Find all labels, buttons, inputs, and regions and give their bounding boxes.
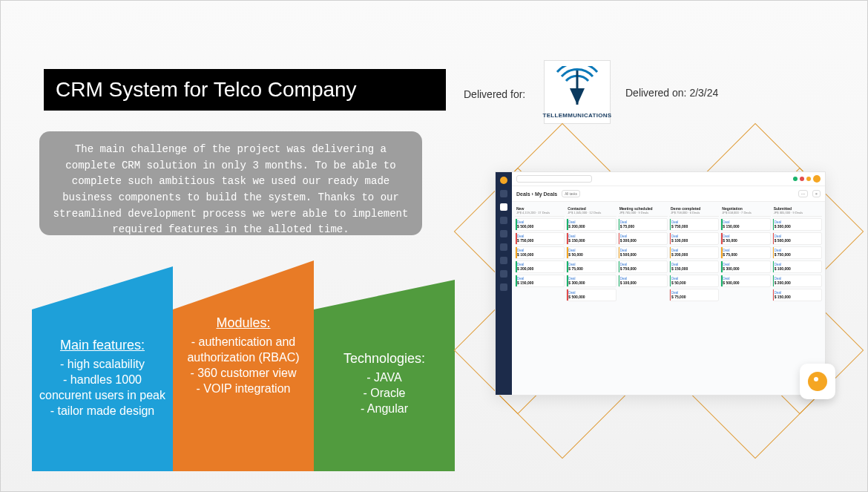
deal-card: Deal$ 500,000 xyxy=(515,218,565,231)
deal-card: Deal$ 100,000 xyxy=(515,246,565,259)
deal-amount: $ 50,000 xyxy=(671,281,717,285)
modules-line3: - VOIP integration xyxy=(179,381,308,396)
deal-amount: $ 750,000 xyxy=(671,224,717,229)
deal-card: Deal$ 50,000 xyxy=(720,232,770,245)
column-subtitle: JP$ 558,000 · 7 Deals xyxy=(722,211,769,214)
deal-amount: $ 150,000 xyxy=(671,266,717,271)
sidebar-icon xyxy=(500,217,507,224)
deal-amount: $ 750,000 xyxy=(620,266,665,271)
filter-pill: ≡ xyxy=(812,190,821,197)
deal-card: Deal$ 500,000 xyxy=(772,232,822,245)
bell-icon xyxy=(806,177,811,181)
technologies-card: Technologies: - JAVA - Oracle - Angular xyxy=(314,280,455,471)
client-logo: TELLEMMUNICATIONS xyxy=(544,60,611,124)
deal-card: Deal$ 300,000 xyxy=(720,260,770,273)
kanban-column: Demo completedJP$ 758,000 · 6 DealsDeal$… xyxy=(669,205,719,392)
delivered-for-label: Delivered for: xyxy=(464,88,525,100)
deal-amount: $ 300,000 xyxy=(775,224,820,229)
deal-amount: $ 50,000 xyxy=(723,238,768,243)
deal-card: Deal$ 150,000 xyxy=(566,232,616,245)
deal-card: Deal$ 750,000 xyxy=(618,260,668,273)
tech-line3: - Angular xyxy=(320,401,449,416)
column-subtitle: JP$ 305,000 · 9 Deals xyxy=(774,211,821,214)
deal-amount: $ 300,000 xyxy=(568,281,614,285)
deal-amount: $ 75,000 xyxy=(620,224,665,229)
deal-amount: $ 150,000 xyxy=(723,224,768,229)
sidebar-icon xyxy=(500,243,507,251)
deal-amount: $ 300,000 xyxy=(723,266,768,271)
modules-card: Modules: - authentication and authorizat… xyxy=(173,260,314,471)
sidebar-icon-active xyxy=(500,203,507,211)
app-logo-icon xyxy=(500,177,507,184)
deal-card: Deal$ 100,000 xyxy=(618,275,668,287)
deal-card: Deal$ 300,000 xyxy=(566,275,616,287)
tech-line2: - Oracle xyxy=(320,385,449,401)
modules-line1: - authentication and authorization (RBAC… xyxy=(179,334,308,365)
deal-card: Deal$ 100,000 xyxy=(669,232,719,245)
deal-card: Deal$ 100,000 xyxy=(772,260,822,273)
antenna-icon xyxy=(551,66,603,111)
project-description: The main challenge of the project was de… xyxy=(39,131,422,235)
deal-card: Deal$ 300,000 xyxy=(772,218,822,231)
deal-card: Deal$ 150,000 xyxy=(669,260,719,273)
deal-amount: $ 100,000 xyxy=(775,266,820,271)
deal-amount: $ 150,000 xyxy=(517,281,562,285)
deal-amount: $ 750,000 xyxy=(517,238,562,243)
deal-amount: $ 75,000 xyxy=(671,295,717,299)
deal-card: Deal$ 150,000 xyxy=(515,275,565,287)
search-input xyxy=(516,175,592,183)
sidebar-icon xyxy=(500,230,507,237)
deal-card: Deal$ 200,000 xyxy=(669,246,719,259)
kanban-column: NegotiationJP$ 558,000 · 7 DealsDeal$ 15… xyxy=(720,205,770,392)
kanban-column: Meeting scheduledJP$ 765,000 · 9 DealsDe… xyxy=(618,205,668,392)
deal-amount: $ 75,000 xyxy=(568,266,614,271)
tech-line1: - JAVA xyxy=(320,370,449,385)
deal-amount: $ 100,000 xyxy=(671,238,717,243)
fab-icon xyxy=(808,372,827,391)
app-header: Deals › My Deals All tasks ⋯ ≡ xyxy=(512,186,825,202)
deal-amount: $ 500,000 xyxy=(568,295,614,299)
deal-amount: $ 500,000 xyxy=(620,252,665,257)
delivered-on-label: Delivered on: 2/3/24 xyxy=(625,87,718,99)
deal-amount: $ 300,000 xyxy=(620,238,665,243)
status-dot xyxy=(800,177,804,181)
filter-pill: All tasks xyxy=(562,190,580,197)
deal-amount: $ 500,000 xyxy=(775,238,820,243)
deal-card: Deal$ 50,000 xyxy=(566,246,616,259)
slide-title: CRM System for Telco Company xyxy=(44,69,446,111)
deal-amount: $ 150,000 xyxy=(568,238,614,243)
sidebar-icon xyxy=(500,257,507,264)
features-line2: - handles 1000 concurent users in peak xyxy=(38,372,167,403)
deal-card: Deal$ 75,000 xyxy=(566,260,616,273)
product-screenshot-area: Deals › My Deals All tasks ⋯ ≡ NewJP$ 4,… xyxy=(473,157,844,416)
slide: CRM System for Telco Company The main ch… xyxy=(0,0,868,492)
deal-card: Deal$ 150,000 xyxy=(720,218,770,231)
features-line3: - tailor made design xyxy=(38,403,167,419)
deal-card: Deal$ 750,000 xyxy=(515,232,565,245)
column-subtitle: JP$ 765,000 · 9 Deals xyxy=(619,211,666,214)
deal-amount: $ 150,000 xyxy=(775,295,820,299)
sidebar-icon xyxy=(500,270,507,278)
column-subtitle: JP$ 4,119,200 · 17 Deals xyxy=(516,211,563,214)
deal-card: Deal$ 200,000 xyxy=(772,275,822,287)
app-topbar xyxy=(512,172,825,186)
kanban-board: NewJP$ 4,119,200 · 17 DealsDeal$ 500,000… xyxy=(512,202,825,395)
deal-card: Deal$ 750,000 xyxy=(669,218,719,231)
deal-card: Deal$ 75,000 xyxy=(720,246,770,259)
deal-card: Deal$ 500,000 xyxy=(618,246,668,259)
deal-card: Deal$ 200,000 xyxy=(566,218,616,231)
column-subtitle: JP$ 1,045,000 · 12 Deals xyxy=(568,211,614,214)
deal-amount: $ 100,000 xyxy=(517,252,562,257)
breadcrumb: Deals › My Deals xyxy=(516,191,557,197)
kanban-column: NewJP$ 4,119,200 · 17 DealsDeal$ 500,000… xyxy=(515,205,565,392)
features-heading: Main features: xyxy=(38,338,167,353)
app-sidebar xyxy=(496,172,512,395)
deal-card: Deal$ 75,000 xyxy=(669,289,719,301)
modules-heading: Modules: xyxy=(179,315,308,331)
avatar-icon xyxy=(813,175,821,183)
sidebar-icon xyxy=(500,190,507,197)
tech-heading: Technologies: xyxy=(320,351,449,367)
crm-screenshot: Deals › My Deals All tasks ⋯ ≡ NewJP$ 4,… xyxy=(495,171,826,396)
deal-amount: $ 50,000 xyxy=(568,252,614,257)
deal-card: Deal$ 150,000 xyxy=(772,289,822,301)
